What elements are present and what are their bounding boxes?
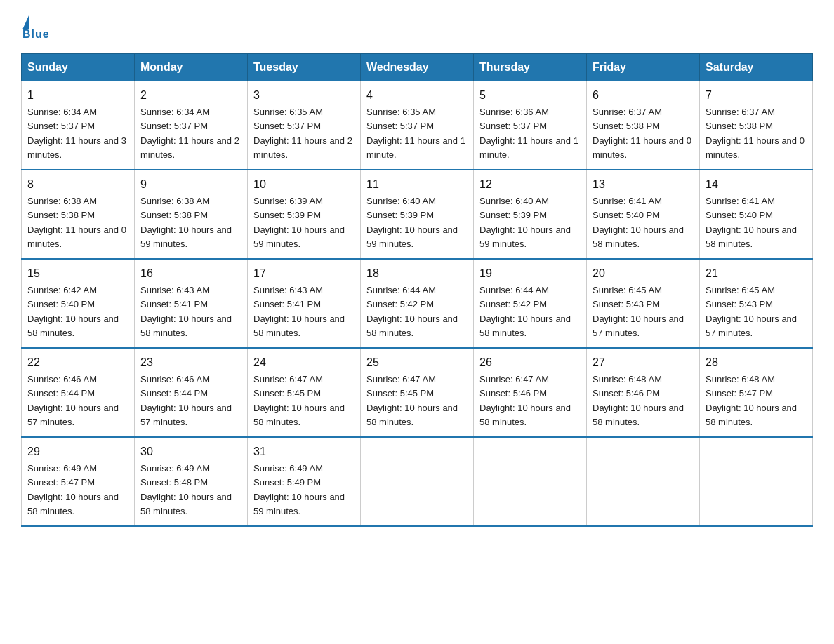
day-info: Sunrise: 6:34 AMSunset: 5:37 PMDaylight:… [27, 107, 126, 160]
day-info: Sunrise: 6:40 AMSunset: 5:39 PMDaylight:… [366, 196, 458, 249]
header-cell-tuesday: Tuesday [248, 54, 361, 81]
header-cell-monday: Monday [135, 54, 248, 81]
calendar-cell: 13 Sunrise: 6:41 AMSunset: 5:40 PMDaylig… [587, 170, 700, 259]
day-number: 1 [27, 87, 128, 104]
calendar-cell: 31 Sunrise: 6:49 AMSunset: 5:49 PMDaylig… [248, 437, 361, 526]
day-number: 31 [253, 443, 355, 460]
day-number: 8 [27, 176, 128, 193]
calendar-cell: 4 Sunrise: 6:35 AMSunset: 5:37 PMDayligh… [361, 81, 474, 170]
day-number: 30 [140, 443, 241, 460]
day-info: Sunrise: 6:38 AMSunset: 5:38 PMDaylight:… [27, 196, 126, 249]
calendar-cell: 3 Sunrise: 6:35 AMSunset: 5:37 PMDayligh… [248, 81, 361, 170]
day-number: 9 [140, 176, 241, 193]
day-number: 17 [253, 265, 355, 282]
calendar-cell: 20 Sunrise: 6:45 AMSunset: 5:43 PMDaylig… [587, 259, 700, 348]
calendar-cell: 18 Sunrise: 6:44 AMSunset: 5:42 PMDaylig… [361, 259, 474, 348]
day-info: Sunrise: 6:48 AMSunset: 5:46 PMDaylight:… [593, 374, 684, 427]
calendar-cell: 28 Sunrise: 6:48 AMSunset: 5:47 PMDaylig… [700, 348, 813, 437]
day-info: Sunrise: 6:47 AMSunset: 5:45 PMDaylight:… [366, 374, 458, 427]
header-cell-wednesday: Wednesday [361, 54, 474, 81]
day-info: Sunrise: 6:45 AMSunset: 5:43 PMDaylight:… [706, 285, 797, 338]
day-info: Sunrise: 6:49 AMSunset: 5:49 PMDaylight:… [253, 463, 345, 516]
day-number: 28 [706, 354, 807, 371]
day-info: Sunrise: 6:37 AMSunset: 5:38 PMDaylight:… [593, 107, 691, 160]
day-info: Sunrise: 6:46 AMSunset: 5:44 PMDaylight:… [140, 374, 232, 427]
calendar-header: SundayMondayTuesdayWednesdayThursdayFrid… [22, 54, 813, 81]
calendar-cell: 24 Sunrise: 6:47 AMSunset: 5:45 PMDaylig… [248, 348, 361, 437]
day-info: Sunrise: 6:34 AMSunset: 5:37 PMDaylight:… [140, 107, 239, 160]
day-number: 4 [366, 87, 468, 104]
header-cell-thursday: Thursday [474, 54, 587, 81]
day-number: 16 [140, 265, 241, 282]
day-number: 18 [366, 265, 468, 282]
calendar-cell: 6 Sunrise: 6:37 AMSunset: 5:38 PMDayligh… [587, 81, 700, 170]
calendar-cell: 27 Sunrise: 6:48 AMSunset: 5:46 PMDaylig… [587, 348, 700, 437]
header-cell-friday: Friday [587, 54, 700, 81]
day-info: Sunrise: 6:43 AMSunset: 5:41 PMDaylight:… [253, 285, 345, 338]
calendar-cell: 26 Sunrise: 6:47 AMSunset: 5:46 PMDaylig… [474, 348, 587, 437]
logo-underline: Blue [22, 28, 50, 41]
calendar-body: 1 Sunrise: 6:34 AMSunset: 5:37 PMDayligh… [22, 81, 813, 527]
calendar-week-2: 8 Sunrise: 6:38 AMSunset: 5:38 PMDayligh… [22, 170, 813, 259]
day-info: Sunrise: 6:48 AMSunset: 5:47 PMDaylight:… [706, 374, 797, 427]
day-number: 25 [366, 354, 468, 371]
calendar-cell [361, 437, 474, 526]
calendar-week-3: 15 Sunrise: 6:42 AMSunset: 5:40 PMDaylig… [22, 259, 813, 348]
day-number: 27 [593, 354, 694, 371]
calendar-cell [587, 437, 700, 526]
day-number: 12 [479, 176, 581, 193]
day-number: 5 [479, 87, 581, 104]
calendar-cell: 12 Sunrise: 6:40 AMSunset: 5:39 PMDaylig… [474, 170, 587, 259]
day-info: Sunrise: 6:38 AMSunset: 5:38 PMDaylight:… [140, 196, 232, 249]
day-number: 7 [706, 87, 807, 104]
day-info: Sunrise: 6:43 AMSunset: 5:41 PMDaylight:… [140, 285, 232, 338]
calendar-cell: 19 Sunrise: 6:44 AMSunset: 5:42 PMDaylig… [474, 259, 587, 348]
day-number: 2 [140, 87, 241, 104]
day-info: Sunrise: 6:41 AMSunset: 5:40 PMDaylight:… [706, 196, 797, 249]
page-header: Blue [21, 14, 813, 41]
calendar-cell: 8 Sunrise: 6:38 AMSunset: 5:38 PMDayligh… [22, 170, 135, 259]
day-number: 26 [479, 354, 581, 371]
day-info: Sunrise: 6:44 AMSunset: 5:42 PMDaylight:… [479, 285, 571, 338]
day-number: 11 [366, 176, 468, 193]
calendar-table: SundayMondayTuesdayWednesdayThursdayFrid… [21, 53, 813, 527]
calendar-cell: 1 Sunrise: 6:34 AMSunset: 5:37 PMDayligh… [22, 81, 135, 170]
calendar-cell: 5 Sunrise: 6:36 AMSunset: 5:37 PMDayligh… [474, 81, 587, 170]
day-info: Sunrise: 6:44 AMSunset: 5:42 PMDaylight:… [366, 285, 458, 338]
calendar-cell: 29 Sunrise: 6:49 AMSunset: 5:47 PMDaylig… [22, 437, 135, 526]
day-info: Sunrise: 6:42 AMSunset: 5:40 PMDaylight:… [27, 285, 119, 338]
header-cell-sunday: Sunday [22, 54, 135, 81]
calendar-cell: 17 Sunrise: 6:43 AMSunset: 5:41 PMDaylig… [248, 259, 361, 348]
calendar-cell: 21 Sunrise: 6:45 AMSunset: 5:43 PMDaylig… [700, 259, 813, 348]
day-number: 23 [140, 354, 241, 371]
day-number: 29 [27, 443, 128, 460]
day-number: 19 [479, 265, 581, 282]
calendar-cell: 15 Sunrise: 6:42 AMSunset: 5:40 PMDaylig… [22, 259, 135, 348]
day-info: Sunrise: 6:40 AMSunset: 5:39 PMDaylight:… [479, 196, 571, 249]
header-row: SundayMondayTuesdayWednesdayThursdayFrid… [22, 54, 813, 81]
day-number: 20 [593, 265, 694, 282]
day-info: Sunrise: 6:35 AMSunset: 5:37 PMDaylight:… [253, 107, 352, 160]
day-info: Sunrise: 6:49 AMSunset: 5:48 PMDaylight:… [140, 463, 232, 516]
day-info: Sunrise: 6:36 AMSunset: 5:37 PMDaylight:… [479, 107, 578, 160]
day-number: 24 [253, 354, 355, 371]
day-number: 22 [27, 354, 128, 371]
day-number: 14 [706, 176, 807, 193]
calendar-cell: 7 Sunrise: 6:37 AMSunset: 5:38 PMDayligh… [700, 81, 813, 170]
day-number: 6 [593, 87, 694, 104]
calendar-cell: 11 Sunrise: 6:40 AMSunset: 5:39 PMDaylig… [361, 170, 474, 259]
calendar-cell: 2 Sunrise: 6:34 AMSunset: 5:37 PMDayligh… [135, 81, 248, 170]
day-number: 13 [593, 176, 694, 193]
calendar-week-1: 1 Sunrise: 6:34 AMSunset: 5:37 PMDayligh… [22, 81, 813, 170]
day-number: 10 [253, 176, 355, 193]
calendar-cell: 16 Sunrise: 6:43 AMSunset: 5:41 PMDaylig… [135, 259, 248, 348]
day-info: Sunrise: 6:45 AMSunset: 5:43 PMDaylight:… [593, 285, 684, 338]
day-info: Sunrise: 6:47 AMSunset: 5:46 PMDaylight:… [479, 374, 571, 427]
calendar-cell [474, 437, 587, 526]
day-info: Sunrise: 6:49 AMSunset: 5:47 PMDaylight:… [27, 463, 119, 516]
calendar-cell: 22 Sunrise: 6:46 AMSunset: 5:44 PMDaylig… [22, 348, 135, 437]
calendar-week-4: 22 Sunrise: 6:46 AMSunset: 5:44 PMDaylig… [22, 348, 813, 437]
calendar-cell: 9 Sunrise: 6:38 AMSunset: 5:38 PMDayligh… [135, 170, 248, 259]
day-number: 21 [706, 265, 807, 282]
day-info: Sunrise: 6:46 AMSunset: 5:44 PMDaylight:… [27, 374, 119, 427]
